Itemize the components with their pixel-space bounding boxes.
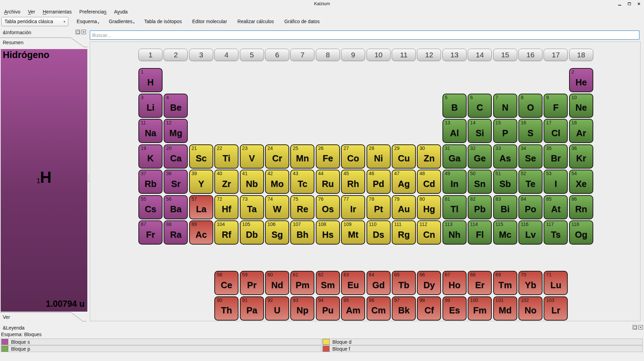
element-tile-ac[interactable]: 89 Ac (189, 220, 213, 245)
element-tile-rg[interactable]: 111 Rg (392, 220, 416, 245)
element-tile-sn[interactable]: 50 Sn (468, 170, 492, 194)
element-tile-hs[interactable]: 108 Hs (316, 220, 340, 245)
element-tile-bk[interactable]: 97 Bk (392, 296, 416, 321)
element-tile-bi[interactable]: 83 Bi (493, 195, 517, 219)
element-tile-na[interactable]: 11 Na (138, 119, 163, 143)
element-tile-ag[interactable]: 47 Ag (392, 170, 416, 194)
element-tile-cf[interactable]: 98 Cf (417, 296, 441, 321)
element-tile-rh[interactable]: 45 Rh (341, 170, 365, 194)
element-tile-as[interactable]: 33 As (493, 144, 517, 169)
element-tile-cr[interactable]: 24 Cr (265, 144, 289, 169)
close-button[interactable]: × (636, 1, 641, 6)
toolbar-button[interactable]: Gráfico de datos (280, 17, 325, 26)
minimize-button[interactable] (617, 1, 622, 6)
group-number-button[interactable]: 10 (367, 49, 391, 61)
restore-button[interactable] (627, 1, 632, 6)
element-tile-no[interactable]: 102 No (518, 296, 543, 321)
table-type-select[interactable]: Tabla periódica clásica ▾ (1, 17, 68, 26)
tab-ver[interactable]: Ver (0, 312, 87, 322)
element-tile-ba[interactable]: 56 Ba (164, 195, 188, 219)
element-tile-md[interactable]: 101 Md (493, 296, 517, 321)
element-tile-gd[interactable]: 64 Gd (367, 271, 391, 295)
element-tile-pr[interactable]: 59 Pr (240, 271, 264, 295)
element-tile-au[interactable]: 79 Au (392, 195, 416, 219)
element-tile-c[interactable]: 6 C (468, 94, 492, 118)
element-tile-fe[interactable]: 26 Fe (316, 144, 340, 169)
element-tile-f[interactable]: 9 F (544, 94, 568, 118)
element-tile-o[interactable]: 8 O (518, 94, 543, 118)
splitter-handle[interactable] (88, 41, 89, 321)
element-tile-lv[interactable]: 116 Lv (518, 220, 543, 245)
element-tile-es[interactable]: 99 Es (442, 296, 467, 321)
menu-item-herramientas[interactable]: Herramientas (43, 9, 72, 15)
element-tile-co[interactable]: 27 Co (341, 144, 365, 169)
element-tile-ga[interactable]: 31 Ga (442, 144, 467, 169)
element-tile-tc[interactable]: 43 Tc (290, 170, 314, 194)
element-tile-te[interactable]: 52 Te (518, 170, 543, 194)
group-number-button[interactable]: 12 (417, 49, 441, 61)
element-tile-np[interactable]: 93 Np (290, 296, 314, 321)
element-tile-br[interactable]: 35 Br (544, 144, 568, 169)
element-tile-er[interactable]: 68 Er (468, 271, 492, 295)
element-tile-i[interactable]: 53 I (544, 170, 568, 194)
element-tile-bh[interactable]: 107 Bh (290, 220, 314, 245)
element-tile-ir[interactable]: 77 Ir (341, 195, 365, 219)
element-tile-at[interactable]: 85 At (544, 195, 568, 219)
dock-close-icon[interactable] (81, 30, 86, 34)
element-tile-s[interactable]: 16 S (518, 119, 543, 143)
element-tile-ho[interactable]: 67 Ho (442, 271, 467, 295)
group-number-button[interactable]: 8 (316, 49, 340, 61)
element-tile-ce[interactable]: 58 Ce (214, 271, 238, 295)
dock-float-icon[interactable] (633, 325, 637, 330)
group-number-button[interactable]: 7 (290, 49, 314, 61)
element-tile-lu[interactable]: 71 Lu (544, 271, 568, 295)
element-tile-pu[interactable]: 94 Pu (316, 296, 340, 321)
element-tile-sm[interactable]: 62 Sm (316, 271, 340, 295)
element-tile-po[interactable]: 84 Po (518, 195, 543, 219)
element-tile-nd[interactable]: 60 Nd (265, 271, 289, 295)
element-tile-in[interactable]: 49 In (442, 170, 467, 194)
element-tile-ds[interactable]: 110 Ds (367, 220, 391, 245)
group-number-button[interactable]: 17 (544, 49, 568, 61)
element-tile-ta[interactable]: 73 Ta (240, 195, 264, 219)
element-tile-th[interactable]: 90 Th (214, 296, 238, 321)
element-tile-pd[interactable]: 46 Pd (367, 170, 391, 194)
element-tile-cu[interactable]: 29 Cu (392, 144, 416, 169)
element-tile-ni[interactable]: 28 Ni (367, 144, 391, 169)
toolbar-button[interactable]: Gradientes▾ (105, 17, 139, 26)
element-tile-sb[interactable]: 51 Sb (493, 170, 517, 194)
group-number-button[interactable]: 1 (138, 49, 163, 61)
element-tile-k[interactable]: 19 K (138, 144, 163, 169)
element-tile-ge[interactable]: 32 Ge (468, 144, 492, 169)
element-tile-w[interactable]: 74 W (265, 195, 289, 219)
element-tile-xe[interactable]: 54 Xe (569, 170, 593, 194)
element-tile-n[interactable]: 7 N (493, 94, 517, 118)
menu-item-ver[interactable]: Ver (28, 9, 35, 15)
element-tile-tm[interactable]: 69 Tm (493, 271, 517, 295)
toolbar-button[interactable]: Tabla de isótopos (140, 17, 187, 26)
element-tile-pa[interactable]: 91 Pa (240, 296, 264, 321)
element-tile-si[interactable]: 14 Si (468, 119, 492, 143)
element-tile-hg[interactable]: 80 Hg (417, 195, 441, 219)
element-tile-tb[interactable]: 65 Tb (392, 271, 416, 295)
element-tile-ti[interactable]: 22 Ti (214, 144, 238, 169)
menu-item-ayuda[interactable]: Ayuda (114, 9, 127, 15)
element-tile-cn[interactable]: 112 Cn (417, 220, 441, 245)
element-tile-re[interactable]: 75 Re (290, 195, 314, 219)
element-tile-sc[interactable]: 21 Sc (189, 144, 213, 169)
element-tile-rn[interactable]: 86 Rn (569, 195, 593, 219)
menu-item-archivo[interactable]: Archivo (4, 9, 20, 15)
group-number-button[interactable]: 18 (569, 49, 593, 61)
element-tile-li[interactable]: 3 Li (138, 94, 163, 118)
group-number-button[interactable]: 6 (265, 49, 289, 61)
group-number-button[interactable]: 9 (341, 49, 365, 61)
element-tile-cl[interactable]: 17 Cl (544, 119, 568, 143)
element-tile-zr[interactable]: 40 Zr (214, 170, 238, 194)
element-tile-mn[interactable]: 25 Mn (290, 144, 314, 169)
element-tile-am[interactable]: 95 Am (341, 296, 365, 321)
search-input[interactable] (90, 30, 640, 40)
element-tile-ar[interactable]: 18 Ar (569, 119, 593, 143)
element-tile-la[interactable]: 57 La (189, 195, 213, 219)
element-tile-yb[interactable]: 70 Yb (518, 271, 543, 295)
toolbar-button[interactable]: Editor molecular (188, 17, 232, 26)
